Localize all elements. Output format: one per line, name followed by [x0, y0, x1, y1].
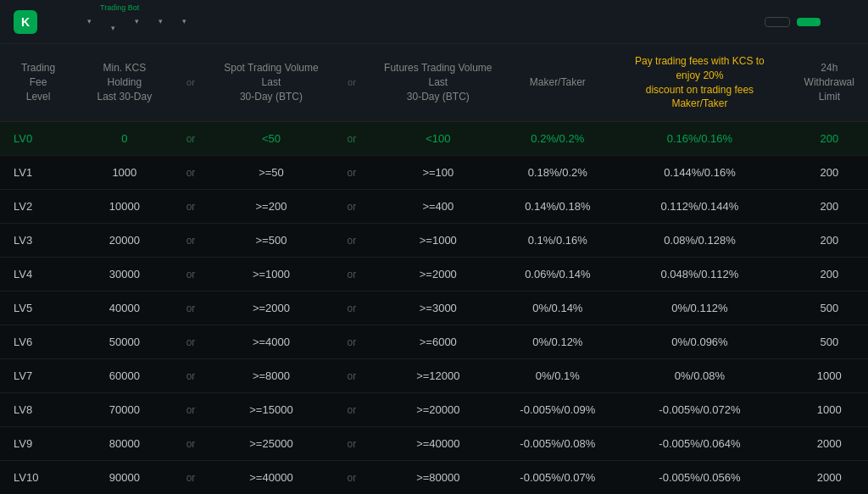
data-cell: 0.14%/0.18% [506, 190, 609, 224]
data-cell: 200 [791, 156, 868, 190]
or-cell: or [173, 427, 209, 461]
or-cell: or [173, 258, 209, 291]
data-cell: 0.048%/0.112% [609, 258, 790, 291]
data-cell: >=40000 [209, 461, 333, 494]
fee-table: Trading FeeLevel Min. KCS HoldingLast 30… [0, 44, 868, 494]
data-cell: 500 [791, 325, 868, 359]
data-cell: >=200 [209, 190, 333, 224]
data-cell: -0.005%/0.07% [506, 461, 609, 494]
col-or2: or [334, 44, 370, 122]
data-cell: 0.112%/0.144% [609, 190, 790, 224]
data-cell: 1000 [791, 393, 868, 427]
signup-button[interactable] [797, 18, 821, 26]
nav-finance[interactable]: ▾ [147, 0, 171, 44]
or-cell: or [334, 122, 370, 156]
data-cell: 200 [791, 224, 868, 258]
col-spot: Spot Trading Volume Last30-Day (BTC) [209, 44, 333, 122]
table-row: LV430000or>=1000or>=20000.06%/0.14%0.048… [0, 258, 868, 291]
col-maker-taker: Maker/Taker [506, 44, 609, 122]
nav-more-label[interactable]: ▾ [171, 0, 195, 44]
data-cell: 500 [791, 291, 868, 325]
data-cell: >=6000 [370, 325, 506, 359]
main-nav: ▾ Trading Bot ▾ ▾ ▾ ▾ [59, 0, 761, 44]
or-cell: or [334, 359, 370, 393]
data-cell: >=2000 [370, 258, 506, 291]
logo[interactable]: K [14, 10, 42, 34]
table-header-row: Trading FeeLevel Min. KCS HoldingLast 30… [0, 44, 868, 122]
or-cell: or [334, 393, 370, 427]
fee-table-container: Trading FeeLevel Min. KCS HoldingLast 30… [0, 44, 868, 494]
data-cell: 0.18%/0.2% [506, 156, 609, 190]
chevron-icon: ▾ [182, 17, 186, 25]
data-cell: <100 [370, 122, 506, 156]
data-cell: 0 [76, 122, 173, 156]
level-cell: LV0 [0, 122, 76, 156]
nav-markets-label[interactable] [59, 0, 76, 44]
data-cell: 1000 [76, 156, 173, 190]
table-row: LV870000or>=15000or>=20000-0.005%/0.09%-… [0, 393, 868, 427]
level-cell: LV5 [0, 291, 76, 325]
col-withdrawal: 24hWithdrawalLimit [791, 44, 868, 122]
data-cell: 0%/0.08% [609, 359, 790, 393]
data-cell: >=100 [370, 156, 506, 190]
data-cell: >=400 [370, 190, 506, 224]
level-cell: LV7 [0, 359, 76, 393]
nav-more[interactable]: ▾ [171, 0, 195, 44]
or-cell: or [173, 156, 209, 190]
table-row: LV00or<50or<1000.2%/0.2%0.16%/0.16%200 [0, 122, 868, 156]
level-cell: LV10 [0, 461, 76, 494]
chevron-icon: ▾ [159, 17, 163, 25]
table-row: LV11000or>=50or>=1000.18%/0.2%0.144%/0.1… [0, 156, 868, 190]
or-cell: or [334, 291, 370, 325]
or-cell: or [334, 461, 370, 494]
nav-derivatives[interactable]: ▾ [124, 0, 147, 44]
header-right [765, 17, 854, 27]
data-cell: 30000 [76, 258, 173, 291]
level-cell: LV8 [0, 393, 76, 427]
data-cell: >=3000 [370, 291, 506, 325]
table-row: LV210000or>=200or>=4000.14%/0.18%0.112%/… [0, 190, 868, 224]
data-cell: 0.144%/0.16% [609, 156, 790, 190]
data-cell: >=80000 [370, 461, 506, 494]
login-button[interactable] [765, 17, 790, 27]
data-cell: 70000 [76, 393, 173, 427]
data-cell: -0.005%/0.072% [609, 393, 790, 427]
data-cell: >=1000 [209, 258, 333, 291]
nav-buy-crypto-label[interactable]: ▾ [76, 0, 100, 44]
data-cell: >=50 [209, 156, 333, 190]
or-cell: or [173, 190, 209, 224]
level-cell: LV6 [0, 325, 76, 359]
nav-markets[interactable] [59, 0, 76, 44]
nav-finance-label[interactable]: ▾ [147, 0, 171, 44]
nav-derivatives-label[interactable]: ▾ [124, 0, 147, 44]
col-kcs: Min. KCS HoldingLast 30-Day [76, 44, 173, 122]
nav-buy-crypto[interactable]: ▾ [76, 0, 100, 44]
or-cell: or [334, 325, 370, 359]
level-cell: LV3 [0, 224, 76, 258]
or-cell: or [173, 122, 209, 156]
or-cell: or [334, 156, 370, 190]
or-cell: or [173, 359, 209, 393]
or-cell: or [173, 291, 209, 325]
header: K ▾ Trading Bot ▾ ▾ [0, 0, 868, 44]
data-cell: 10000 [76, 190, 173, 224]
level-cell: LV2 [0, 190, 76, 224]
data-cell: >=4000 [209, 325, 333, 359]
data-cell: -0.005%/0.064% [609, 427, 790, 461]
table-row: LV540000or>=2000or>=30000%/0.14%0%/0.112… [0, 291, 868, 325]
data-cell: 200 [791, 258, 868, 291]
table-row: LV650000or>=4000or>=60000%/0.12%0%/0.096… [0, 325, 868, 359]
data-cell: >=20000 [370, 393, 506, 427]
chevron-icon: ▾ [87, 17, 92, 25]
data-cell: 1000 [791, 359, 868, 393]
data-cell: 50000 [76, 325, 173, 359]
data-cell: 0%/0.14% [506, 291, 609, 325]
col-futures: Futures Trading Volume Last30-Day (BTC) [370, 44, 506, 122]
data-cell: 2000 [791, 427, 868, 461]
nav-trade[interactable]: Trading Bot ▾ [100, 0, 124, 44]
data-cell: >=25000 [209, 427, 333, 461]
data-cell: -0.005%/0.09% [506, 393, 609, 427]
data-cell: 2000 [791, 461, 868, 494]
level-cell: LV1 [0, 156, 76, 190]
table-row: LV760000or>=8000or>=120000%/0.1%0%/0.08%… [0, 359, 868, 393]
